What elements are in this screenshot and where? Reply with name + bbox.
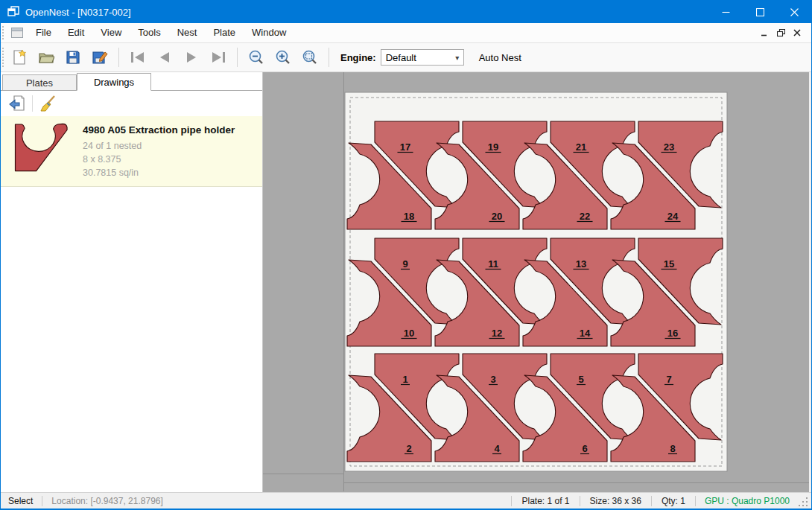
drawing-list-empty-area[interactable] — [1, 187, 262, 492]
menu-nest[interactable]: Nest — [169, 23, 206, 42]
mdi-minimize-icon — [761, 29, 768, 36]
maximize-button[interactable] — [743, 1, 777, 23]
mdi-window-controls — [756, 25, 811, 40]
broom-icon — [39, 95, 57, 112]
menu-edit[interactable]: Edit — [60, 23, 92, 42]
nest-canvas[interactable]: 171921231820222491113151012141613572468 — [263, 72, 811, 492]
status-qty: Qty: 1 — [652, 496, 695, 506]
part-number-label: 15 — [664, 258, 674, 270]
close-button[interactable] — [777, 1, 811, 23]
part-number-label: 1 — [402, 374, 407, 385]
open-button[interactable] — [35, 46, 57, 68]
app-icon — [7, 6, 19, 18]
part-number-label: 13 — [576, 258, 586, 270]
maximize-icon — [756, 8, 764, 16]
drawing-list-item[interactable]: 4980 A05 Extraction pipe holder 24 of 1 … — [1, 116, 262, 187]
menubar: File Edit View Tools Nest Plate Window — [1, 23, 811, 43]
new-button[interactable] — [8, 46, 31, 68]
menu-window[interactable]: Window — [244, 23, 294, 42]
zoom-out-icon — [248, 49, 264, 66]
resize-grip[interactable] — [799, 497, 809, 508]
tab-strip: Plates Drawings — [1, 72, 262, 91]
minimize-icon — [722, 8, 730, 16]
part-number-label: 23 — [664, 141, 674, 153]
toolbar-separator — [32, 95, 33, 112]
engine-value: Default — [381, 52, 451, 63]
part-thumbnail-shape — [15, 124, 67, 170]
toolbar-separator — [237, 48, 238, 67]
part-number-label: 18 — [404, 211, 414, 222]
part-number-label: 7 — [666, 374, 671, 385]
save-as-button[interactable] — [89, 46, 111, 68]
tab-plates[interactable]: Plates — [2, 74, 77, 90]
previous-plate-button[interactable] — [153, 46, 176, 68]
status-size: Size: 36 x 36 — [580, 496, 651, 506]
window-title: OpenNest - [N0317-002] — [25, 7, 131, 18]
menu-view[interactable]: View — [92, 23, 130, 42]
part-number-label: 11 — [488, 258, 498, 270]
part-thumbnail — [14, 123, 69, 173]
part-number-label: 3 — [490, 374, 495, 385]
part-number-label: 12 — [492, 328, 502, 339]
zoom-out-button[interactable] — [245, 46, 267, 68]
drawings-toolbar — [1, 91, 262, 116]
save-icon — [65, 49, 81, 66]
drawing-title: 4980 A05 Extraction pipe holder — [83, 124, 235, 136]
toolbar-separator — [118, 48, 119, 67]
part-number-label: 21 — [576, 141, 586, 153]
nest-svg[interactable]: 171921231820222491113151012141613572468 — [263, 72, 809, 491]
next-arrow-icon — [183, 50, 200, 65]
import-drawing-icon — [8, 95, 26, 112]
part-number-label: 14 — [580, 328, 591, 339]
first-arrow-icon — [129, 50, 147, 65]
status-plate: Plate: 1 of 1 — [512, 496, 579, 506]
part-number-label: 6 — [582, 443, 587, 454]
menu-file[interactable]: File — [28, 23, 60, 42]
left-panel: Plates Drawings — [1, 72, 263, 492]
drawing-dimensions: 8 x 8.375 — [83, 153, 235, 166]
engine-combobox[interactable]: Default ▾ — [381, 49, 464, 66]
mdi-restore-button[interactable] — [773, 25, 789, 40]
next-plate-button[interactable] — [180, 46, 203, 68]
mdi-document-icon[interactable] — [11, 28, 23, 38]
last-arrow-icon — [209, 50, 227, 65]
part-number-label: 2 — [406, 443, 411, 454]
part-number-label: 5 — [578, 374, 583, 385]
mdi-close-button[interactable] — [789, 25, 805, 40]
save-button[interactable] — [62, 46, 84, 68]
part-number-label: 22 — [580, 211, 590, 222]
menu-plate[interactable]: Plate — [205, 23, 244, 42]
minimize-button[interactable] — [708, 1, 743, 23]
menu-tools[interactable]: Tools — [130, 23, 168, 42]
previous-arrow-icon — [156, 50, 174, 65]
import-drawing-button[interactable] — [7, 93, 28, 114]
close-icon — [790, 8, 799, 16]
auto-nest-button[interactable]: Auto Nest — [475, 49, 526, 66]
mdi-restore-icon — [777, 29, 785, 37]
last-plate-button[interactable] — [207, 46, 229, 68]
statusbar: Select Location: [-0.9437, 21.8796] Plat… — [1, 492, 811, 509]
main-body: Plates Drawings — [1, 72, 811, 492]
engine-label: Engine: — [340, 52, 376, 63]
part-number-label: 16 — [667, 328, 678, 339]
zoom-in-icon — [275, 49, 291, 66]
new-document-icon — [11, 49, 28, 66]
zoom-fit-icon — [302, 49, 318, 66]
open-folder-icon — [38, 49, 54, 66]
part-number-label: 8 — [670, 443, 675, 454]
zoom-in-button[interactable] — [272, 46, 294, 68]
part-number-label: 20 — [492, 211, 502, 222]
save-as-icon — [92, 49, 108, 66]
clear-drawings-button[interactable] — [37, 93, 58, 114]
part-number-label: 4 — [494, 443, 500, 454]
part-number-label: 19 — [488, 141, 498, 153]
drawing-area: 30.7815 sq/in — [83, 166, 235, 179]
mdi-minimize-button[interactable] — [756, 25, 773, 40]
zoom-fit-button[interactable] — [299, 46, 321, 68]
toolbar-grip[interactable] — [2, 48, 6, 68]
tab-drawings[interactable]: Drawings — [77, 73, 151, 91]
menubar-grip[interactable] — [2, 26, 6, 39]
first-plate-button[interactable] — [127, 46, 149, 68]
status-location: Location: [-0.9437, 21.8796] — [42, 496, 171, 506]
part-number-label: 10 — [404, 328, 414, 339]
